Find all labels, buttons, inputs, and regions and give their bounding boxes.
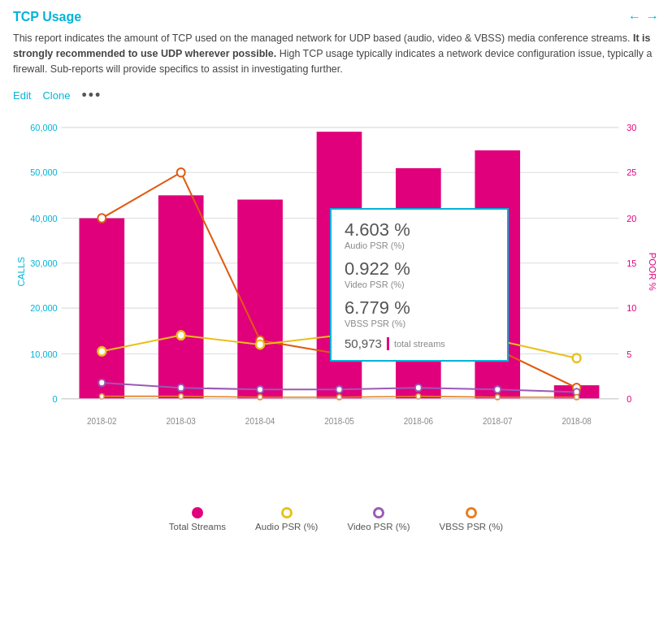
report-description: This report indicates the amount of TCP …: [13, 31, 659, 76]
nav-prev-button[interactable]: ←: [628, 10, 641, 24]
svg-text:60,000: 60,000: [30, 123, 57, 132]
legend-video-psr: Video PSR (%): [347, 507, 410, 531]
vbss-dot-0: [99, 394, 104, 399]
tooltip-streams-label: total streams: [394, 339, 445, 349]
audio-dot-2: [256, 341, 264, 349]
svg-text:10: 10: [626, 303, 636, 313]
chart-legend: Total Streams Audio PSR (%) Video PSR (%…: [13, 507, 659, 535]
svg-text:2018-06: 2018-06: [404, 417, 434, 426]
tooltip-streams-value: 50,973: [345, 336, 382, 350]
legend-label-audio-psr: Audio PSR (%): [255, 522, 318, 531]
svg-text:20: 20: [626, 214, 636, 223]
bar-0: [79, 219, 124, 399]
vbss-dot-4: [416, 394, 421, 399]
audio-dot-0: [98, 347, 106, 355]
legend-dot-video-psr: [373, 507, 384, 518]
tooltip-vbss-value: 6.779 %: [345, 297, 494, 319]
streams-bar-icon: [387, 337, 389, 350]
tooltip-video-value: 0.922 %: [345, 258, 494, 280]
svg-text:2018-03: 2018-03: [166, 417, 196, 426]
svg-text:2018-05: 2018-05: [324, 417, 354, 426]
svg-text:2018-07: 2018-07: [483, 417, 513, 426]
svg-text:50,000: 50,000: [30, 167, 57, 177]
legend-dot-total-streams: [192, 507, 203, 518]
svg-text:2018-04: 2018-04: [245, 417, 275, 426]
toolbar: Edit Clone •••: [13, 88, 659, 102]
tooltip-streams-row: 50,973 total streams: [345, 336, 494, 350]
legend-vbss-psr: VBSS PSR (%): [440, 507, 504, 531]
svg-text:5: 5: [626, 349, 631, 359]
ts-dot-0: [98, 215, 106, 223]
svg-text:CALLS: CALLS: [16, 257, 26, 286]
legend-audio-psr: Audio PSR (%): [255, 507, 318, 531]
more-options-button[interactable]: •••: [81, 88, 102, 102]
legend-label-total-streams: Total Streams: [169, 522, 226, 531]
legend-label-vbss-psr: VBSS PSR (%): [440, 522, 504, 531]
legend-total-streams: Total Streams: [169, 507, 226, 531]
tooltip-vbss-label: VBSS PSR (%): [345, 319, 494, 328]
svg-text:0: 0: [626, 394, 631, 404]
svg-text:30: 30: [626, 123, 636, 132]
page-title: TCP Usage: [13, 10, 81, 24]
nav-arrows: ← →: [628, 10, 659, 24]
svg-text:2018-08: 2018-08: [561, 417, 592, 426]
nav-next-button[interactable]: →: [646, 10, 659, 24]
legend-label-video-psr: Video PSR (%): [347, 522, 410, 531]
svg-text:0: 0: [53, 394, 58, 404]
video-dot-1: [178, 384, 184, 391]
svg-text:15: 15: [626, 258, 636, 268]
chart-container: 60,000 50,000 40,000 30,000 20,000 10,00…: [13, 111, 659, 501]
tooltip-video-label: Video PSR (%): [345, 280, 494, 289]
bar-1: [158, 196, 204, 399]
edit-button[interactable]: Edit: [13, 89, 31, 102]
audio-dot-6: [573, 354, 581, 362]
svg-text:10,000: 10,000: [30, 349, 57, 359]
page-header: TCP Usage ← →: [13, 10, 659, 24]
description-part1: This report indicates the amount of TCP …: [13, 33, 630, 44]
video-dot-4: [415, 384, 422, 391]
vbss-dot-1: [179, 394, 184, 399]
ts-dot-1: [177, 168, 185, 176]
clone-button[interactable]: Clone: [42, 89, 70, 102]
tooltip: 4.603 % Audio PSR (%) 0.922 % Video PSR …: [330, 208, 509, 362]
video-dot-0: [98, 380, 105, 386]
legend-dot-audio-psr: [281, 507, 293, 518]
bar-2: [237, 200, 283, 399]
svg-text:20,000: 20,000: [30, 303, 57, 313]
tooltip-audio-label: Audio PSR (%): [345, 241, 494, 250]
tooltip-audio-value: 4.603 %: [345, 219, 494, 241]
svg-text:40,000: 40,000: [30, 214, 57, 223]
audio-dot-1: [177, 332, 185, 340]
svg-text:2018-02: 2018-02: [87, 417, 117, 426]
video-dot-3: [336, 386, 343, 393]
video-dot-5: [494, 386, 501, 393]
svg-text:30,000: 30,000: [30, 258, 57, 268]
svg-text:POOR %: POOR %: [648, 253, 657, 291]
legend-dot-vbss-psr: [466, 507, 477, 518]
video-dot-2: [257, 386, 263, 393]
svg-text:25: 25: [626, 167, 636, 177]
